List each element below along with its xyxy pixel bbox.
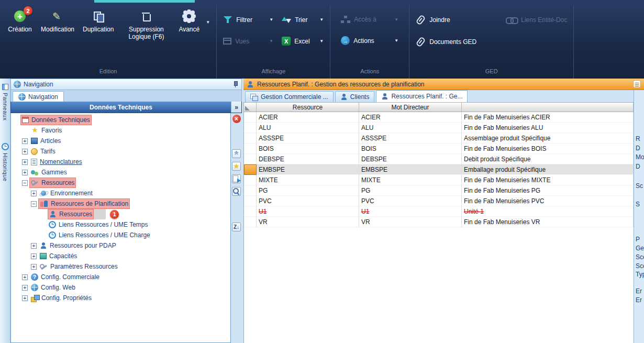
tree-item-ressources-pour-pdap[interactable]: +Ressources pour PDAP [11, 240, 230, 251]
ribbon-button-acc-s[interactable]: Accès à▼ [338, 14, 402, 25]
ribbon-button-joindre[interactable]: Joindre [413, 14, 501, 26]
collapse-panel-button[interactable]: » [231, 102, 241, 113]
expand-plus-icon[interactable]: + [31, 191, 37, 196]
navigation-tab[interactable]: Navigation [13, 91, 64, 102]
expand-plus-icon[interactable]: + [22, 285, 28, 291]
row-selector-cell[interactable] [244, 196, 257, 206]
ribbon-button-actions[interactable]: Actions▼ [338, 35, 402, 47]
favorite-button[interactable] [232, 162, 241, 171]
row-selector-cell[interactable] [244, 206, 257, 217]
panel-grip-icon[interactable] [633, 80, 641, 88]
table-row[interactable]: U1U1Unité 1 [244, 206, 634, 217]
table-row[interactable]: ACIERACIERFin de Fab Menuiseries ACIER [244, 112, 634, 123]
tree-item-capacit-s[interactable]: +Capacités [11, 251, 230, 261]
table-row[interactable]: DEBSPEDEBSPEDebit produit Spécifique [244, 154, 634, 164]
expand-plus-icon[interactable]: + [22, 274, 28, 280]
expand-plus-icon[interactable]: + [22, 159, 28, 165]
pin-icon[interactable] [232, 81, 239, 88]
tree-item-liens-ressources-ume-charge[interactable]: Liens Ressources / UME Charge [11, 230, 230, 240]
dropdown-caret-icon[interactable]: ▼ [394, 38, 398, 43]
expand-plus-icon[interactable]: + [22, 149, 28, 154]
table-row[interactable]: ASSSPEASSSPEAssemblage produit Spécifiqu… [244, 133, 634, 143]
tree-item-ressources[interactable]: −Ressources [11, 178, 230, 188]
expand-plus-icon[interactable]: + [31, 243, 37, 249]
tree-item-config-web[interactable]: +Config. Web [11, 282, 230, 293]
dropdown-caret-icon[interactable]: ▼ [269, 39, 273, 43]
table-row[interactable]: MIXTEMIXTEFin de Fab Menuiseries MIXTE [244, 175, 634, 185]
document-tab-ressources-planif-ge[interactable]: Ressources Planif. : Ge... [376, 90, 468, 102]
close-button[interactable] [232, 114, 241, 123]
row-selector-cell[interactable] [244, 112, 257, 123]
dropdown-caret-icon[interactable]: ▼ [319, 17, 324, 22]
row-selector-cell[interactable] [244, 164, 257, 175]
search-button[interactable] [232, 187, 241, 196]
tree-item-liens-ressources-ume-temps[interactable]: Liens Ressources / UME Temps [11, 219, 230, 230]
ribbon-button-liens-entit-doc[interactable]: Liens Entité-Doc [503, 14, 570, 26]
ribbon-button-vues[interactable]: Vues▼ [220, 35, 276, 47]
row-selector-cell[interactable] [244, 217, 257, 227]
person-icon [49, 211, 57, 218]
sidebar-tab-historique[interactable]: Historique [2, 143, 9, 182]
tree-item-nomenclatures[interactable]: +Nomenclatures [11, 157, 230, 167]
ribbon-button-documents-ged[interactable]: Documents GED [413, 36, 501, 48]
expand-plus-icon[interactable]: + [31, 253, 37, 259]
expand-plus-icon[interactable]: + [22, 295, 28, 301]
dropdown-caret-icon[interactable]: ▼ [206, 20, 210, 25]
ribbon-small-rows: JoindreLiens Entité-DocDocuments GED [413, 5, 570, 48]
row-selector-cell[interactable] [244, 154, 257, 164]
detail-panel: RDMoDScSPGeScé.Scé.TypeErEr [634, 90, 644, 343]
tree-item-environnement[interactable]: +Environnement [11, 188, 230, 198]
column-header-ressource[interactable]: Ressource [257, 103, 359, 112]
row-selector-cell[interactable] [244, 175, 257, 185]
tree-item-ressources-de-planification[interactable]: −Ressources de Planification [11, 198, 230, 209]
column-header-description[interactable] [462, 103, 634, 112]
tree-item-gammes[interactable]: +Gammes [11, 167, 230, 178]
row-selector-cell[interactable] [244, 185, 257, 196]
document-tab-clients[interactable]: Clients [335, 91, 375, 102]
ribbon-button-label: Modification [41, 26, 74, 33]
ribbon-button-duplication[interactable]: Duplication [79, 7, 118, 35]
tree-item-favoris[interactable]: Favoris [11, 125, 230, 136]
tree-item-label: Ressources de Planification [51, 200, 128, 207]
tree-item-config-propri-t-s[interactable]: +Config. Propriétés [11, 293, 230, 303]
row-selector-cell[interactable] [244, 143, 257, 154]
row-selector-cell[interactable] [244, 123, 257, 133]
freeze-button[interactable] [232, 149, 241, 158]
tree-item-ressources[interactable]: Ressources1 [11, 209, 230, 219]
table-row[interactable]: PVCPVCFin de Fab Menuiseries PVC [244, 196, 634, 206]
column-header-selector[interactable] [244, 103, 257, 112]
table-row[interactable]: BOISBOISFin de Fab Menuiseries BOIS [244, 143, 634, 154]
expand-plus-icon[interactable]: + [22, 170, 28, 175]
table-row[interactable]: ALUALUFin de Fab Menuiseries ALU [244, 123, 634, 133]
tree-item-tarifs[interactable]: +Tarifs [11, 146, 230, 157]
table-cell: DEBSPE [359, 154, 462, 164]
ribbon-button-cr-ation[interactable]: Création2 [3, 7, 37, 35]
ribbon-button-filtrer[interactable]: Filtrer▼ [220, 14, 276, 26]
dropdown-caret-icon[interactable]: ▼ [269, 17, 273, 22]
tree-item-donn-es-techniques[interactable]: Données Techniques [11, 115, 230, 125]
send-button[interactable] [232, 174, 241, 183]
ribbon-button-trier[interactable]: Trier▼ [279, 14, 327, 26]
collapse-minus-icon[interactable]: − [31, 201, 37, 207]
expand-plus-icon[interactable]: + [22, 138, 28, 144]
column-header-mot-directeur[interactable]: Mot Directeur [359, 103, 462, 112]
table-cell: Assemblage produit Spécifique [462, 133, 634, 143]
sort-button[interactable] [232, 223, 241, 231]
table-row[interactable]: PGPGFin de Fab Menuiseries PG [244, 185, 634, 196]
row-selector-cell[interactable] [244, 133, 257, 143]
dropdown-caret-icon[interactable]: ▼ [319, 39, 324, 43]
ribbon-button-excel[interactable]: Excel▼ [279, 35, 327, 47]
sidebar-tab-panneaux[interactable]: Panneaux [2, 84, 8, 121]
tree-item-config-commerciale[interactable]: +Config. Commerciale [11, 272, 230, 282]
ribbon-button-suppression-logique-f6[interactable]: Suppression Logique (F6) [118, 7, 174, 43]
tree-item-param-tres-ressources[interactable]: +Paramètres Ressources [11, 261, 230, 272]
table-row[interactable]: EMBSPEEMBSPEEmballage produit Spécifique [244, 164, 634, 175]
table-row[interactable]: VRVRFin de Fab Menuiseries VR [244, 217, 634, 227]
tree-item-articles[interactable]: +Articles [11, 136, 230, 146]
expand-plus-icon[interactable]: + [31, 264, 37, 270]
collapse-minus-icon[interactable]: − [22, 180, 28, 186]
document-tab-gestion-commerciale[interactable]: Gestion Commerciale ... [245, 91, 334, 102]
ribbon-button-modification[interactable]: Modification [37, 7, 79, 35]
dropdown-caret-icon[interactable]: ▼ [394, 17, 398, 22]
ribbon-button-avanc[interactable]: Avancé▼ [174, 7, 213, 35]
